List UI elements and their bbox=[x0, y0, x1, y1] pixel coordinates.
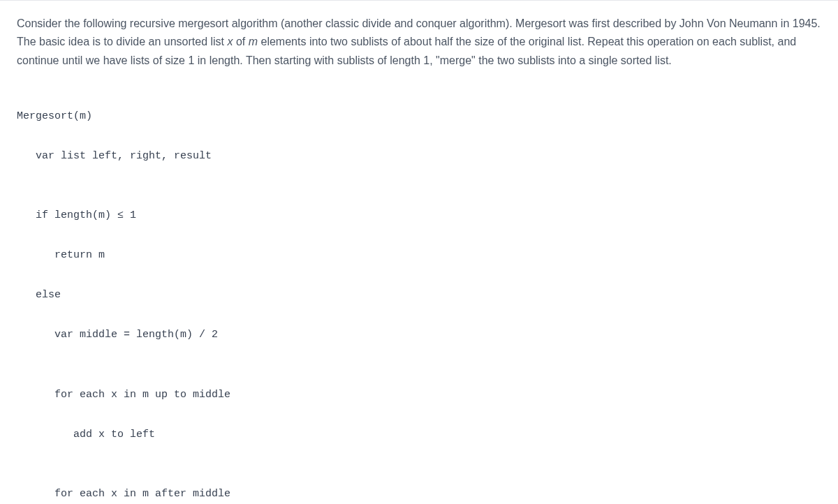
code-line: for each x in m up to middle bbox=[17, 385, 821, 406]
code-line: else bbox=[17, 286, 821, 306]
code-line: var list left, right, result bbox=[17, 147, 821, 167]
variable-x: x bbox=[228, 36, 233, 47]
code-line: add x to left bbox=[17, 425, 821, 445]
code-line: Mergesort(m) bbox=[17, 107, 821, 127]
code-line: return m bbox=[17, 246, 821, 266]
variable-m: m bbox=[249, 36, 258, 47]
pseudocode-block: Mergesort(m) var list left, right, resul… bbox=[17, 87, 821, 504]
code-line: var middle = length(m) / 2 bbox=[17, 325, 821, 346]
problem-description: Consider the following recursive mergeso… bbox=[17, 15, 821, 70]
code-line: for each x in m after middle bbox=[17, 484, 821, 504]
code-line: if length(m) ≤ 1 bbox=[17, 206, 821, 226]
description-text-2: of bbox=[233, 36, 249, 47]
